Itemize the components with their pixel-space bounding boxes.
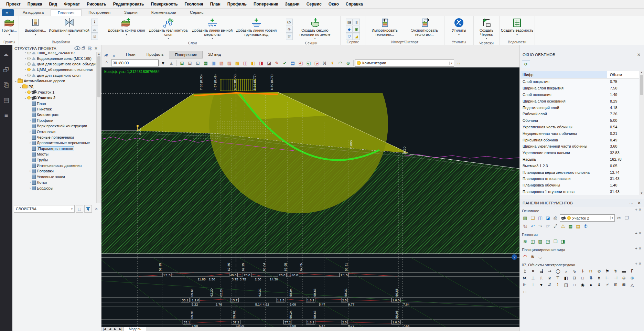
volumes-scrollbar[interactable]: ▲▼ <box>640 71 644 195</box>
section-toolbar-icon[interactable]: ▤ <box>289 59 297 67</box>
electro-symbol[interactable]: ⇶ <box>539 269 544 274</box>
electro-symbol[interactable]: ⇞ <box>597 282 601 287</box>
electro-symbol[interactable]: ⊛ <box>622 276 626 280</box>
toolbar-icon[interactable]: ▤ <box>575 223 581 229</box>
electro-symbol[interactable]: ◧ <box>564 276 568 280</box>
volumes-row[interactable]: Выемка3.1.2.30.05 <box>520 162 639 169</box>
menu-item-Редактировать[interactable]: Редактировать <box>110 1 148 8</box>
menu-item-Вид[interactable]: Вид <box>46 1 61 8</box>
workings-button[interactable]: Выработки...▾ <box>24 17 47 37</box>
close-icon[interactable]: ✕ <box>93 46 99 51</box>
menu-item-Сервис[interactable]: Сервис <box>303 1 325 8</box>
borehole-small-icon[interactable]: ⌇ <box>91 19 98 25</box>
tree-item-цмм для защитного слоя[interactable]: ›цмм для защитного слоя <box>12 73 97 78</box>
toolbar-icon[interactable]: ⎙ <box>552 215 559 221</box>
tree-item-Верх проектной конструкции[interactable]: Верх проектной конструкции <box>12 123 97 129</box>
volumes-row[interactable]: Рабочий слой7.26 <box>520 111 639 117</box>
section-toolbar-icon[interactable]: ✔ <box>281 59 289 67</box>
bulb-icon[interactable] <box>27 68 31 71</box>
section-toolbar-icon[interactable]: ◪ <box>265 59 273 67</box>
expander-icon[interactable]: › <box>23 52 27 54</box>
toolbar-icon[interactable]: ☞ <box>545 223 551 229</box>
create-sheet-button[interactable]: Создать ведомость▾ <box>500 17 534 37</box>
tree-item-Остановки[interactable]: ›Остановки <box>12 129 97 134</box>
add-groundwater-line-button[interactable]: Добавить линию уровня грунтовых вод <box>235 17 278 37</box>
pin-icon[interactable]: + <box>635 207 637 212</box>
toolbar-icon[interactable]: ↷ <box>537 223 544 229</box>
wedge-icon[interactable]: ◢ <box>353 33 360 40</box>
app-menu-button[interactable]: ≣▾ <box>2 9 14 16</box>
toolbar-icon[interactable]: ▧ <box>537 238 544 244</box>
pin-icon[interactable]: + <box>635 231 637 235</box>
tree-item-Мосты[interactable]: Мосты <box>12 151 97 157</box>
toolbar-icon[interactable]: ≋ <box>529 253 536 259</box>
tree-item-Автомобильные дороги[interactable]: ⌄Автомобильные дороги <box>12 78 97 84</box>
list-icon[interactable]: ▤ <box>2 96 10 104</box>
expander-icon[interactable]: › <box>23 68 27 71</box>
close-icon[interactable]: ✕ <box>638 207 642 212</box>
section-toolbar-icon[interactable]: ▥ <box>210 59 217 67</box>
toolbar-icon[interactable]: ◡ <box>537 253 544 259</box>
section-toolbar-icon[interactable]: ⊞ <box>178 59 186 67</box>
collapse-toolbar-icon[interactable]: ⌃ <box>103 59 110 67</box>
menu-item-Рисовать[interactable]: Рисовать <box>83 1 110 8</box>
ribbon-tab-Геология[interactable]: Геология <box>51 9 82 16</box>
toolbar-icon[interactable]: ◠ <box>522 253 528 259</box>
section-toolbar-icon[interactable]: ✎ <box>273 59 281 67</box>
menu-item-Проект[interactable]: Проект <box>3 1 24 8</box>
electro-symbol[interactable]: ⊸ <box>547 269 552 274</box>
probe-small-icon[interactable]: ⍗ <box>91 33 98 40</box>
eye-icon[interactable] <box>74 46 80 51</box>
expander-icon[interactable]: › <box>28 181 32 184</box>
volumes-row[interactable]: Обочина5.00 <box>520 117 639 124</box>
close-icon[interactable]: ✕ <box>638 231 642 235</box>
add-layer-contour-button[interactable]: Добавить контур слоя▾ <box>107 17 146 37</box>
electro-symbol[interactable]: ⊞ <box>613 282 618 287</box>
properties-combo[interactable]: СВОЙСТВА ▾ <box>14 205 75 213</box>
pin-icon[interactable]: + <box>635 261 637 266</box>
tree-item-Пикетаж[interactable]: Пикетаж <box>12 106 97 112</box>
electro-symbol[interactable]: ● <box>589 282 593 287</box>
expander-icon[interactable]: › <box>28 119 32 122</box>
electro-symbol[interactable]: ⊕ <box>630 276 634 280</box>
add-permafrost-line-button[interactable]: Добавить линию вечной мерзлоты▾ <box>191 17 234 41</box>
electro-symbol[interactable]: ⊠ <box>622 282 626 287</box>
electro-symbol[interactable]: ↥ <box>523 269 527 274</box>
export-geology-button[interactable]: Экспортировать геологию... <box>405 17 444 37</box>
volumes-row[interactable]: Планировка верха земляного полотна13.74 <box>520 169 639 175</box>
tree-item-Водоохранные зоны (МСК 165)[interactable]: ›Водоохранные зоны (МСК 165) <box>12 55 97 61</box>
expander-icon[interactable]: ⌄ <box>19 85 22 88</box>
add-contour-node-button[interactable]: Добавить узел контура слоя▾ <box>147 17 190 41</box>
section-toolbar-icon[interactable]: ◲ <box>313 59 320 67</box>
toolbar-icon[interactable]: ❐ <box>623 215 630 221</box>
close-properties-button[interactable]: ✕ <box>93 205 100 212</box>
column-header-volume[interactable]: Объем <box>607 73 639 77</box>
electro-symbol[interactable]: ▬ <box>622 269 626 274</box>
electro-symbol[interactable]: ⇵ <box>547 282 552 287</box>
layers-icon[interactable]: ≡ <box>2 111 10 119</box>
section-toolbar-icon[interactable]: ⊡ <box>194 59 202 67</box>
electro-symbol[interactable]: ⊓ <box>589 269 593 274</box>
filter-button[interactable] <box>84 205 92 213</box>
volumes-row[interactable]: Ширина укрепленной части обочины3.60 <box>520 143 639 150</box>
electro-symbol[interactable]: ✕ <box>531 269 535 274</box>
pages-icon[interactable]: 🗗 <box>2 66 10 74</box>
image-icon[interactable]: ▣ <box>353 26 360 33</box>
section-open-icon[interactable]: 🗁 <box>286 19 293 25</box>
electro-symbol[interactable]: ⊟ <box>572 276 577 280</box>
close-icon[interactable]: ✕ <box>638 261 642 266</box>
section-toolbar-icon[interactable]: ▧ <box>218 59 225 67</box>
volumes-row[interactable]: Слой покрытия0.75 <box>520 78 639 85</box>
tree-item-цмм для защитного слоя_объедин[interactable]: ›цмм для защитного слоя_объедин <box>12 61 97 67</box>
tree-item-Параметры откосов[interactable]: Параметры откосов <box>12 146 97 151</box>
toolbar-icon[interactable]: ◫ <box>529 238 536 244</box>
selection-mode-button[interactable]: ▢ <box>76 205 83 213</box>
tree-item-ЦММ_объединенная с исполнит[interactable]: ›ЦММ_объединенная с исполнит <box>12 67 97 72</box>
toolbar-icon[interactable]: ⎗ <box>522 223 528 229</box>
create-geology-section-button[interactable]: Создать секцию геологии по земле▾ <box>293 17 337 41</box>
electro-symbol[interactable]: ⌿ <box>605 282 610 287</box>
ribbon-tab-Построения[interactable]: Построения <box>82 9 117 16</box>
comments-combo[interactable]: Комментарии ▾ <box>355 60 454 67</box>
tree-item-Профили[interactable]: ›Профили <box>12 118 97 123</box>
hatch-icon[interactable]: ▨ <box>346 19 353 25</box>
